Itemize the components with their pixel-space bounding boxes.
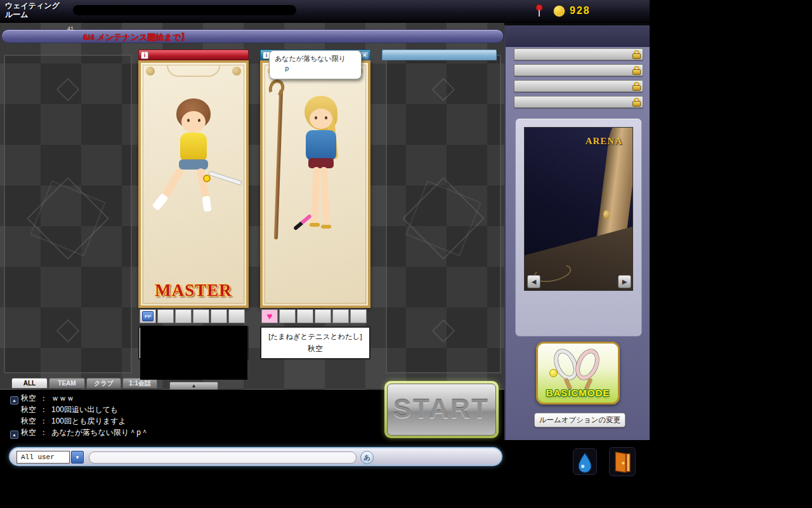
map-prev-button[interactable]: ◀: [527, 275, 540, 288]
chat-text: ｗｗｗ: [51, 394, 74, 403]
chat-message: ▲秋空：ｗｗｗ: [10, 392, 277, 404]
basic-mode-label: BASICMODE: [538, 387, 618, 398]
map-preview: ARENA ◀ ▶: [524, 127, 633, 291]
chat-text: 100回とも戻りますよ: [51, 417, 126, 425]
equip-slot: [193, 309, 209, 323]
chat-text-input[interactable]: [89, 451, 357, 464]
card1-equip-row: PP: [138, 309, 249, 324]
equip-slot: PP: [140, 309, 156, 323]
equip-slot: [279, 309, 296, 323]
water-drop-icon: [577, 465, 593, 476]
equip-slot: [350, 309, 367, 323]
chat-text: 100回追い出しても: [51, 405, 118, 414]
chat-name: 秋空: [21, 394, 36, 403]
lock-icon: [632, 66, 641, 75]
exit-room-button[interactable]: [609, 447, 636, 476]
chat-tab-all[interactable]: ALL: [11, 378, 48, 389]
equip-slot: [175, 309, 192, 323]
locked-slot-row[interactable]: [514, 64, 643, 76]
chat-collapse-button[interactable]: ▲: [169, 382, 218, 390]
guild-title-text: [たまねぎとテニスとわたし]: [261, 332, 369, 342]
card1-frame: MASTER: [138, 60, 249, 308]
decor-column-left: [4, 55, 132, 373]
item-button[interactable]: [573, 448, 597, 475]
speech-bubble-line1: あなたが落ちない限り: [275, 54, 356, 64]
chat-message: 秋空：100回とも戻りますよ: [10, 415, 277, 427]
room-title-line2: ルーム: [5, 10, 60, 19]
equip-slot: [297, 309, 313, 323]
character-preview-master: [141, 79, 246, 270]
guild-badge-icon: ▲: [10, 431, 18, 439]
speech-bubble: あなたが落ちない限り ｐ: [269, 50, 362, 79]
decor-column-right: [386, 55, 501, 373]
title-bar: ウェイティング ルーム 928: [0, 0, 650, 23]
lock-icon: [632, 82, 641, 91]
right-panel-header: [506, 25, 650, 47]
locked-slot-row[interactable]: [514, 48, 643, 60]
equip-slot: [228, 309, 245, 323]
chat-name: 秋空: [21, 417, 36, 425]
chevron-down-icon[interactable]: ▼: [71, 451, 84, 464]
master-rank-label: MASTER: [141, 281, 246, 300]
locked-slot-row[interactable]: [514, 96, 643, 108]
chat-message: ▲秋空：あなたが落ちない限り＾p＾: [10, 427, 277, 438]
map-next-button[interactable]: ▶: [618, 275, 631, 288]
chat-name: 秋空: [21, 428, 36, 437]
equip-slot: [211, 309, 227, 323]
chat-message: 秋空：100回追い出しても: [10, 404, 277, 415]
speech-bubble-line2: ｐ: [275, 64, 356, 73]
chat-text: あなたが落ちない限り＾p＾: [51, 428, 148, 437]
basic-mode-indicator: BASICMODE: [536, 342, 620, 404]
room-name-redaction: [73, 5, 296, 15]
equip-slot: [315, 309, 331, 323]
room-title: ウェイティング ルーム: [5, 1, 60, 19]
pin-icon: [534, 4, 544, 18]
start-button-label: START: [387, 384, 496, 436]
start-button[interactable]: START: [384, 381, 499, 438]
right-panel: ARENA ◀ ▶ BASICMODE ルームオプションの変更: [504, 25, 650, 440]
card2-frame: [260, 60, 370, 308]
announcement-text: 6/4 メンテナンス開始まで】: [83, 32, 189, 43]
chat-tab-club[interactable]: クラブ: [86, 378, 121, 389]
chat-name: 秋空: [21, 405, 36, 414]
heart-item-icon: ♥: [262, 310, 277, 323]
card2-name-plate: [たまねぎとテニスとわたし] 秋空: [260, 326, 370, 359]
lock-icon: [632, 50, 641, 59]
announcement-bar: 6/4 メンテナンス開始まで】: [1, 29, 504, 43]
chat-log: ▲秋空：ｗｗｗ 秋空：100回追い出しても 秋空：100回とも戻りますよ ▲秋空…: [10, 392, 277, 438]
exit-door-icon: [612, 465, 632, 476]
chat-input-bar: All user ▼ あ: [9, 447, 502, 466]
equip-slot: [332, 309, 349, 323]
card2-equip-row: ♥: [260, 309, 370, 324]
card1-titlebar: i: [138, 50, 249, 60]
locked-slot-row[interactable]: [514, 80, 643, 92]
game-window: ウェイティング ルーム 928 41. 6/4 メンテナンス開始まで】 i: [0, 0, 650, 488]
map-panel: ARENA ◀ ▶: [515, 118, 642, 337]
racket-icon: [572, 346, 603, 384]
room-options-button[interactable]: ルームオプションの変更: [534, 413, 625, 427]
equip-item-icon: PP: [142, 311, 154, 321]
player-name-text: 秋空: [261, 344, 369, 354]
info-icon[interactable]: i: [141, 51, 148, 59]
coin-count: 928: [570, 5, 591, 17]
room-title-line1: ウェイティング: [5, 1, 60, 10]
card1-name-redaction: [140, 326, 247, 380]
tennis-ball-icon: [549, 369, 558, 377]
equip-slot: [157, 309, 174, 323]
empty-slot-titlebar: [382, 50, 497, 60]
character-preview-akizora: [263, 79, 368, 270]
announce-counter: 41.: [67, 25, 75, 32]
coin-icon: [553, 5, 565, 17]
equip-slot: ♥: [261, 309, 278, 323]
chat-tab-team[interactable]: TEAM: [49, 378, 85, 389]
pillar-ornament: [603, 210, 610, 219]
chat-target-select[interactable]: All user: [16, 451, 70, 464]
arena-map-label: ARENA: [586, 136, 622, 147]
lock-icon: [632, 98, 641, 107]
ime-indicator: あ: [360, 451, 374, 464]
